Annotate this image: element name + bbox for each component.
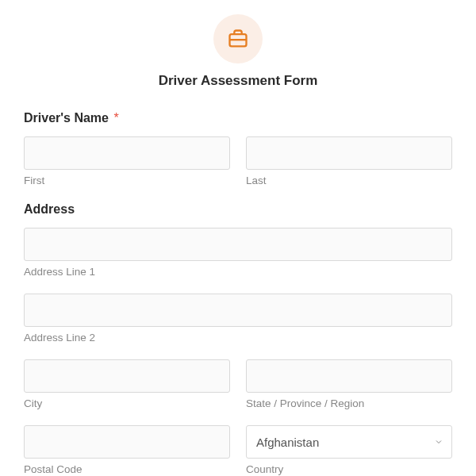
postal-sublabel: Postal Code [24,463,230,475]
first-name-input[interactable] [24,136,230,170]
last-name-sublabel: Last [246,175,452,186]
form-icon-wrap [213,14,263,63]
postal-input[interactable] [24,425,230,459]
drivers-name-text: Driver's Name [24,111,109,125]
form-title: Driver Assessment Form [24,73,452,89]
country-sublabel: Country [246,463,452,475]
postal-col: Postal Code [24,425,230,475]
drivers-name-label: Driver's Name * [24,111,452,125]
country-selected-text: Afghanistan [256,436,319,449]
first-name-col: First [24,136,230,186]
first-name-sublabel: First [24,175,230,186]
country-select[interactable]: Afghanistan [246,425,452,459]
state-sublabel: State / Province / Region [246,397,452,409]
last-name-col: Last [246,136,452,186]
address-line2-input[interactable] [24,294,452,327]
address-line1-wrap: Address Line 1 [24,228,452,278]
address-line2-wrap: Address Line 2 [24,294,452,344]
state-input[interactable] [246,359,452,393]
city-sublabel: City [24,397,230,409]
city-input[interactable] [24,359,230,393]
address-line2-sublabel: Address Line 2 [24,332,452,344]
briefcase-icon [227,28,249,50]
address-line1-sublabel: Address Line 1 [24,266,452,278]
required-mark: * [113,111,118,125]
chevron-down-icon [434,437,443,447]
state-col: State / Province / Region [246,359,452,409]
country-col: Afghanistan Country [246,425,452,475]
city-col: City [24,359,230,409]
address-label: Address [24,202,452,217]
name-row: First Last [24,136,452,186]
postal-country-row: Postal Code Afghanistan Country [24,425,452,475]
city-state-row: City State / Province / Region [24,359,452,409]
address-line1-input[interactable] [24,228,452,261]
form-container: Driver Assessment Form Driver's Name * F… [0,0,476,475]
last-name-input[interactable] [246,136,452,170]
